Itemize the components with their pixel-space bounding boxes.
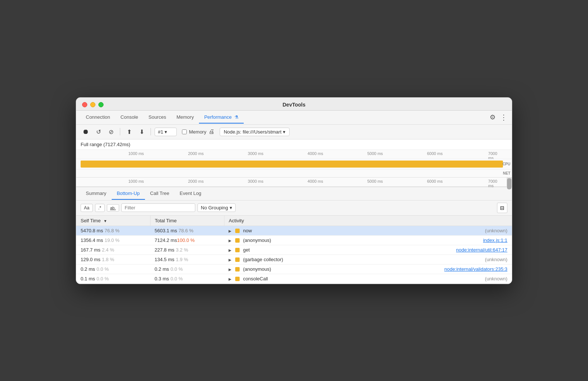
node-selector-label: Node.js: file:///Users/stmart [224,129,281,135]
total-time-pct: 0.0 % [170,266,183,272]
total-time-value: 5603.1 ms [155,228,177,233]
toolbar-separator-2 [151,128,151,135]
close-button[interactable] [82,102,87,107]
tab-memory[interactable]: Memory [171,111,199,124]
grouping-label: No Grouping [201,205,228,210]
filter-input[interactable] [121,203,195,212]
self-time-pct: 1.8 % [102,257,114,262]
net-bar-row: NET [76,169,512,178]
self-time-value: 5470.8 ms [81,228,103,233]
cell-self-time: 0.2 ms0.0 % [76,264,150,274]
table-row: 0.2 ms0.0 %0.2 ms0.0 % ▶ (anonymous) nod… [76,264,512,274]
memory-icon: 🖨 [209,128,214,135]
self-time-pct: 76.8 % [105,228,119,233]
total-time-pct: 100.0 % [177,237,195,243]
flask-icon: ⚗ [234,115,239,120]
total-time-pct: 78.6 % [179,228,193,233]
cell-self-time: 167.7 ms2.4 % [76,245,150,254]
tab-call-tree[interactable]: Call Tree [145,188,175,200]
col-self-time[interactable]: Self Time ▼ [76,216,150,226]
activity-location-link[interactable]: index.js:1:1 [483,237,507,243]
table-row: 129.0 ms1.8 %134.5 ms1.9 % ▶ (garbage co… [76,254,512,264]
activity-name: (anonymous) [243,266,271,272]
expand-icon[interactable]: ▶ [229,239,232,243]
grouping-select[interactable]: No Grouping ▾ [197,203,236,212]
expand-icon[interactable]: ▶ [229,229,232,233]
mark2-7000: 7000 ms [488,179,501,188]
activity-location-link[interactable]: node:internal/util:647:17 [456,247,507,253]
activity-color-dot [235,238,240,243]
sidebar-toggle-icon: ⊟ [500,205,504,211]
cell-self-time: 1356.4 ms19.0 % [76,235,150,245]
download-button[interactable]: ⬇ [136,127,147,137]
record-button[interactable]: ⏺ [81,127,91,137]
profile-dropdown-icon: ▾ [165,129,167,135]
mark-4000: 4000 ms [308,151,323,156]
whole-word-button[interactable]: ab. [107,204,119,212]
scrollbar-thumb[interactable] [507,178,511,189]
top-tabs-bar: Connection Console Sources Memory Perfor… [76,111,512,125]
more-options-icon[interactable]: ⋮ [500,113,507,122]
tab-summary[interactable]: Summary [81,188,112,200]
activity-location-link[interactable]: node:internal/validators:235:3 [444,266,507,272]
tab-sources[interactable]: Sources [143,111,171,124]
minimize-button[interactable] [90,102,95,107]
profile-num: #1 [158,129,163,135]
cell-total-time: 227.8 ms3.2 % [150,245,224,254]
tab-bottom-up[interactable]: Bottom-Up [112,188,145,200]
cell-self-time: 0.1 ms0.0 % [76,274,150,283]
sort-icon: ▼ [104,219,107,223]
tab-connection[interactable]: Connection [81,111,115,124]
time-ruler-top: 1000 ms 2000 ms 3000 ms 4000 ms 5000 ms … [76,150,512,159]
mark-1000: 1000 ms [128,151,144,156]
total-time-value: 134.5 ms [155,257,174,262]
maximize-button[interactable] [98,102,104,107]
table-row: 1356.4 ms19.0 %7124.2 ms100.0 % ▶ (anony… [76,235,512,245]
time-ruler-bottom: 1000 ms 2000 ms 3000 ms 4000 ms 5000 ms … [76,178,512,187]
filter-bar: Aa .* ab. No Grouping ▾ ⊟ [76,200,512,216]
self-time-pct: 19.0 % [105,237,119,243]
cell-activity: ▶ (anonymous) node:internal/validators:2… [224,264,512,274]
mark2-2000: 2000 ms [188,179,203,183]
settings-icon[interactable]: ⚙ [490,113,496,121]
table-header: Self Time ▼ Total Time Activity [76,216,512,226]
expand-icon[interactable]: ▶ [229,267,232,272]
col-total-time[interactable]: Total Time [150,216,224,226]
titlebar: DevTools [76,98,512,111]
cell-activity: ▶ now (unknown) [224,226,512,235]
case-sensitive-button[interactable]: Aa [81,204,93,212]
node-selector[interactable]: Node.js: file:///Users/stmart ▾ [220,128,290,136]
expand-icon[interactable]: ▶ [229,277,232,281]
data-table-container: Self Time ▼ Total Time Activity 5470.8 m… [76,216,512,284]
self-time-value: 167.7 ms [81,247,100,253]
time-marks-bottom: 1000 ms 2000 ms 3000 ms 4000 ms 5000 ms … [81,179,507,185]
clear-button[interactable]: ⊘ [106,127,116,137]
cpu-label: CPU [503,162,510,166]
upload-button[interactable]: ⬆ [124,127,134,137]
tab-event-log[interactable]: Event Log [175,188,207,200]
self-time-value: 129.0 ms [81,257,100,262]
performance-table: Self Time ▼ Total Time Activity 5470.8 m… [76,216,512,284]
cpu-bar [81,161,503,168]
traffic-lights [82,102,104,107]
profile-selector[interactable]: #1 ▾ [155,128,177,136]
activity-location: (unknown) [485,276,507,281]
sidebar-toggle-button[interactable]: ⊟ [497,203,507,213]
analysis-tabs-bar: Summary Bottom-Up Call Tree Event Log [76,187,512,200]
activity-name: get [243,247,250,253]
expand-icon[interactable]: ▶ [229,248,232,252]
activity-color-dot [235,257,240,262]
self-time-pct: 0.0 % [97,276,109,281]
timeline-area: Full range (7127.42ms) 1000 ms 2000 ms 3… [76,139,512,187]
expand-icon[interactable]: ▶ [229,258,232,262]
reload-button[interactable]: ↺ [93,127,104,137]
memory-checkbox[interactable] [182,129,187,134]
activity-color-dot [235,229,240,233]
activity-location: (unknown) [485,257,507,262]
regex-button[interactable]: .* [95,204,105,212]
range-label: Full range (7127.42ms) [76,139,512,150]
tab-console[interactable]: Console [115,111,143,124]
cpu-bar-row: CPU [76,159,512,169]
table-row: 0.1 ms0.0 %0.3 ms0.0 % ▶ consoleCall (un… [76,274,512,283]
tab-performance[interactable]: Performance ⚗ [199,111,244,124]
